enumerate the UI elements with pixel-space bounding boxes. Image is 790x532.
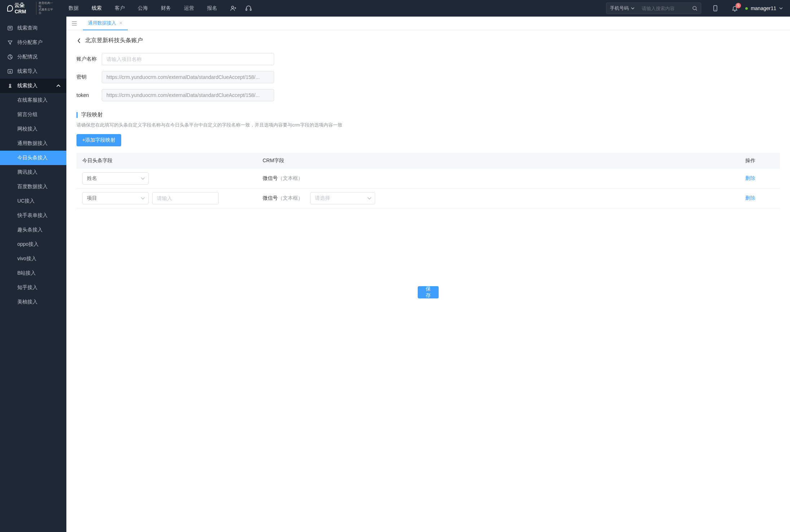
status-dot (745, 7, 748, 10)
account-name-label: 账户名称 (76, 56, 102, 62)
delete-button[interactable]: 删除 (745, 175, 755, 181)
sidebar-item-distribution[interactable]: 分配情况 (0, 50, 66, 64)
save-button[interactable]: 保存 (418, 286, 439, 298)
sidebar-sub-label: UC接入 (17, 198, 35, 204)
logo-subtitle-1: 教育机构一站 (39, 2, 54, 8)
nav-data[interactable]: 数据 (69, 5, 79, 12)
sidebar-sub-vivo[interactable]: vivo接入 (0, 252, 66, 266)
list-icon (7, 25, 13, 31)
nav-signup[interactable]: 报名 (207, 5, 217, 12)
toutiao-field-select[interactable]: 姓名 (82, 172, 149, 185)
sidebar-group-access[interactable]: 线索接入 (0, 79, 66, 93)
sidebar-sub-label: 网校接入 (17, 126, 38, 132)
notifications-button[interactable]: 5 (732, 5, 738, 12)
headset-icon[interactable] (245, 5, 252, 12)
table-row: 项目 微信号（文本框） 请选择 删除 (76, 189, 780, 208)
upload-icon (7, 68, 13, 74)
sidebar-sub-label: 腾讯接入 (17, 169, 38, 176)
tab-generic-data[interactable]: 通用数据接入 ✕ (83, 17, 128, 30)
key-input[interactable] (102, 71, 274, 83)
top-header: 云朵CRM 教育机构一站 式服务云平台 数据 线索 客户 公海 财务 运营 报名… (0, 0, 790, 17)
svg-point-0 (232, 6, 234, 8)
tabs-bar: 通用数据接入 ✕ (66, 17, 790, 30)
search-button[interactable] (689, 3, 701, 14)
sidebar-sub-school[interactable]: 网校接入 (0, 122, 66, 136)
account-name-input[interactable] (102, 53, 274, 65)
sidebar-sub-kuaishou[interactable]: 快手表单接入 (0, 208, 66, 223)
nav-clue[interactable]: 线索 (92, 5, 102, 12)
search-input[interactable] (638, 6, 689, 11)
sidebar-label: 线索导入 (17, 68, 38, 75)
sidebar-sub-meiyou[interactable]: 美柚接入 (0, 295, 66, 309)
sidebar-sub-generic[interactable]: 通用数据接入 (0, 136, 66, 151)
sidebar-label: 线索查询 (17, 25, 38, 31)
svg-rect-2 (250, 9, 251, 11)
sidebar-sub-baidu[interactable]: 百度数据接入 (0, 179, 66, 194)
sidebar-label: 待分配客户 (17, 39, 43, 46)
sidebar-sub-online[interactable]: 在线客服接入 (0, 93, 66, 107)
back-icon[interactable] (76, 38, 82, 43)
sidebar-sub-label: 留言分组 (17, 111, 38, 118)
sidebar-sub-tencent[interactable]: 腾讯接入 (0, 165, 66, 179)
tab-close-button[interactable]: ✕ (119, 21, 123, 26)
crm-field-label: 微信号（文本框） (263, 195, 303, 201)
toutiao-field-select[interactable]: 项目 (82, 192, 149, 204)
sidebar-sub-oppo[interactable]: oppo接入 (0, 237, 66, 252)
add-mapping-button[interactable]: +添加字段映射 (76, 134, 121, 146)
sidebar-sub-uc[interactable]: UC接入 (0, 194, 66, 208)
section-bar (76, 112, 78, 118)
search-box: 手机号码 (606, 3, 701, 14)
sidebar-label: 线索接入 (17, 83, 38, 89)
notification-badge: 5 (736, 3, 741, 8)
key-label: 密钥 (76, 74, 102, 80)
user-menu[interactable]: manager11 (745, 5, 783, 11)
tab-label: 通用数据接入 (88, 20, 116, 26)
sidebar-item-import[interactable]: 线索导入 (0, 64, 66, 79)
mobile-icon[interactable] (712, 5, 719, 12)
sidebar-sub-toutiao[interactable]: 今日头条接入 (0, 151, 66, 165)
collapse-icon[interactable] (71, 20, 78, 27)
cloud-icon (7, 5, 13, 12)
section-title: 字段映射 (81, 111, 103, 118)
sidebar-sub-label: 在线客服接入 (17, 97, 48, 103)
username: manager11 (751, 5, 776, 11)
select-value: 姓名 (87, 175, 97, 182)
sidebar-sub-label: oppo接入 (17, 241, 39, 248)
sidebar-sub-qutoutiao[interactable]: 趣头条接入 (0, 223, 66, 237)
svg-point-3 (693, 6, 696, 10)
nav-sea[interactable]: 公海 (138, 5, 148, 12)
sidebar-sub-label: 趣头条接入 (17, 227, 43, 233)
delete-button[interactable]: 删除 (745, 195, 755, 201)
page-title: 北京昱新科技头条账户 (85, 37, 143, 44)
logo: 云朵CRM 教育机构一站 式服务云平台 (7, 3, 54, 14)
sidebar-sub-label: vivo接入 (17, 256, 36, 262)
sidebar-sub-label: 通用数据接入 (17, 140, 48, 147)
token-input[interactable] (102, 89, 274, 101)
th-crm: CRM字段 (263, 158, 745, 164)
nav-finance[interactable]: 财务 (161, 5, 171, 12)
crm-field-label: 微信号（文本框） (263, 175, 303, 181)
filter-icon (7, 40, 13, 45)
logo-text: 云朵CRM (14, 2, 34, 14)
plug-icon (7, 83, 13, 89)
nav-customer[interactable]: 客户 (115, 5, 125, 12)
nav-operation[interactable]: 运营 (184, 5, 194, 12)
top-nav: 数据 线索 客户 公海 财务 运营 报名 (69, 5, 217, 12)
user-add-icon[interactable] (230, 5, 237, 12)
sidebar-sub-message[interactable]: 留言分组 (0, 107, 66, 122)
chevron-up-icon (56, 84, 61, 88)
th-toutiao: 今日头条字段 (82, 158, 263, 164)
search-type-select[interactable]: 手机号码 (606, 5, 638, 12)
sidebar-item-pending[interactable]: 待分配客户 (0, 35, 66, 50)
table-row: 姓名 微信号（文本框） 删除 (76, 169, 780, 189)
table-header: 今日头条字段 CRM字段 操作 (76, 153, 780, 169)
sidebar-item-clue-query[interactable]: 线索查询 (0, 21, 66, 35)
sidebar-sub-zhihu[interactable]: 知乎接入 (0, 280, 66, 295)
svg-point-8 (9, 84, 11, 85)
toutiao-field-input[interactable] (152, 192, 219, 204)
sidebar-sub-label: 知乎接入 (17, 284, 38, 291)
crm-field-select[interactable]: 请选择 (310, 192, 375, 204)
sidebar-sub-label: 快手表单接入 (17, 212, 48, 219)
sidebar-sub-bilibili[interactable]: B站接入 (0, 266, 66, 280)
section-description: 请确保您在此填写的头条自定义字段名称与在今日头条平台中自定义的字段名称一致，并且… (76, 122, 780, 128)
